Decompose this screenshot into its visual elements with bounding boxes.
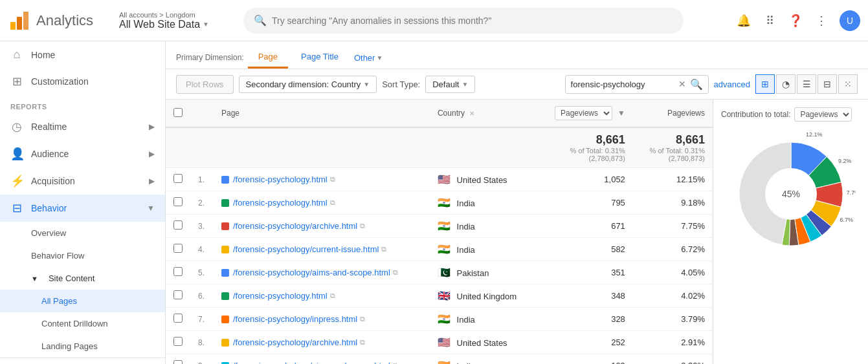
row-check[interactable] [166, 261, 190, 284]
global-search-input[interactable] [272, 16, 673, 26]
data-table: Page Country ✕ Pageviews [166, 100, 713, 364]
row-copy-icon[interactable]: ⧉ [381, 245, 386, 253]
row-checkbox-8[interactable] [173, 360, 183, 364]
global-search-bar[interactable]: 🔍 [243, 8, 684, 34]
sidebar-item-landing-pages[interactable]: Landing Pages [0, 335, 165, 358]
row-page-link[interactable]: /forensic-psychology/inpress.html [233, 314, 357, 324]
row-check[interactable] [166, 331, 190, 354]
search-clear-icon[interactable]: ✕ [678, 79, 686, 89]
sidebar-item-audience[interactable]: 👤 Audience ▶ [0, 140, 165, 167]
chart-panel: Contribution to total: Pageviews 45%12.1… [713, 100, 868, 364]
row-country-name: Pakistan [457, 268, 489, 278]
row-page-link[interactable]: /forensic-psychology.html [233, 198, 328, 208]
sidebar-item-customization-label: Customization [31, 76, 89, 87]
row-country: 🇮🇳 India [430, 308, 536, 331]
row-checkbox-2[interactable] [173, 220, 183, 230]
row-page-link[interactable]: /forensic-psychology/current-issue.html [233, 244, 379, 254]
row-copy-icon[interactable]: ⧉ [393, 268, 398, 277]
search-submit-icon[interactable]: 🔍 [690, 78, 703, 91]
row-copy-icon[interactable]: ⧉ [330, 198, 335, 207]
view-bars-icon[interactable]: ⊟ [818, 74, 837, 94]
table-row: 4. /forensic-psychology/current-issue.ht… [166, 238, 713, 261]
row-checkbox-0[interactable] [173, 174, 183, 183]
sidebar-item-customization[interactable]: ⊞ Customization [0, 68, 165, 95]
row-checkbox-3[interactable] [173, 244, 183, 253]
row-check[interactable] [166, 238, 190, 261]
sidebar-item-home[interactable]: ⌂ Home [0, 41, 165, 68]
row-page-link[interactable]: /forensic-psychology/aims-and-scope.html [233, 361, 390, 364]
row-copy-icon[interactable]: ⧉ [330, 175, 335, 184]
row-pct: 6.72% [633, 238, 713, 261]
row-checkbox-1[interactable] [173, 197, 183, 206]
account-dropdown-caret: ▼ [203, 21, 209, 28]
sort-type-dropdown[interactable]: Default ▼ [425, 76, 475, 93]
sidebar-item-all-pages[interactable]: All Pages [0, 290, 165, 312]
sidebar-item-content-drilldown[interactable]: Content Drilldown [0, 312, 165, 335]
tab-other-dropdown[interactable]: Other ▼ [351, 48, 385, 68]
row-country-name: United States [457, 175, 507, 185]
total-parens2: (2,780,873) [641, 155, 705, 162]
row-check[interactable] [166, 308, 190, 331]
row-copy-icon[interactable]: ⧉ [360, 315, 365, 323]
row-color-dot [221, 339, 229, 347]
row-page: /forensic-psychology/aims-and-scope.html… [214, 354, 430, 365]
more-vert-icon[interactable]: ⋮ [814, 13, 829, 28]
tab-page[interactable]: Page [248, 47, 288, 69]
row-copy-icon[interactable]: ⧉ [330, 292, 335, 300]
sidebar-item-acquisition[interactable]: ⚡ Acquisition ▶ [0, 167, 165, 195]
row-page-link[interactable]: /forensic-psychology.html [233, 175, 328, 184]
sort-type-label: Sort Type: [382, 80, 420, 89]
apps-icon[interactable]: ⠿ [762, 13, 777, 28]
col-country: Country ✕ [430, 100, 536, 127]
row-copy-icon[interactable]: ⧉ [360, 338, 365, 347]
secondary-dimension-dropdown[interactable]: Secondary dimension: Country ▼ [239, 76, 377, 93]
row-check[interactable] [166, 215, 190, 238]
view-table-icon[interactable]: ⊞ [755, 74, 775, 94]
notification-icon[interactable]: 🔔 [736, 13, 751, 28]
row-check[interactable] [166, 284, 190, 308]
country-remove-icon[interactable]: ✕ [469, 110, 474, 117]
sidebar-item-realtime[interactable]: ◷ Realtime ▶ [0, 113, 165, 140]
pie-chart-container: 45%12.1%9.2%7.7%6.7% [721, 129, 860, 259]
select-all-checkbox[interactable] [173, 108, 183, 117]
view-scatter-icon[interactable]: ⁙ [838, 74, 858, 94]
row-pageviews: 671 [536, 215, 633, 238]
account-name-dropdown[interactable]: All Web Site Data ▼ [119, 19, 236, 30]
row-page-link[interactable]: /forensic-psychology.html [233, 291, 328, 301]
pageviews-metric-select[interactable]: Pageviews [555, 106, 612, 120]
row-pageviews: 1,052 [536, 168, 633, 191]
contribution-label: Contribution to total: [721, 110, 790, 119]
contribution-metric-select[interactable]: Pageviews [794, 107, 852, 122]
row-checkbox-7[interactable] [173, 337, 183, 346]
svg-text:12.1%: 12.1% [805, 131, 822, 138]
row-checkbox-4[interactable] [173, 267, 183, 276]
advanced-link[interactable]: advanced [714, 80, 750, 89]
help-icon[interactable]: ❓ [788, 13, 803, 28]
row-num: 3. [190, 215, 214, 238]
row-check[interactable] [166, 191, 190, 215]
user-avatar[interactable]: U [840, 10, 860, 31]
search-filter-input[interactable] [571, 80, 674, 89]
row-check[interactable] [166, 354, 190, 365]
row-pageviews: 351 [536, 261, 633, 284]
row-copy-icon[interactable]: ⧉ [360, 222, 365, 230]
row-checkbox-6[interactable] [173, 314, 183, 323]
sidebar-item-behavior[interactable]: ⊟ Behavior ▼ [0, 195, 165, 222]
row-page-link[interactable]: /forensic-psychology/aims-and-scope.html [233, 268, 390, 277]
sidebar-item-site-content[interactable]: ▼ Site Content [0, 267, 165, 290]
pageviews-sort-down-icon[interactable]: ▼ [618, 109, 625, 118]
view-pie-icon[interactable]: ◔ [776, 74, 796, 94]
sidebar-item-behavior-flow[interactable]: Behavior Flow [0, 244, 165, 267]
row-page-link[interactable]: /forensic-psychology/archive.html [233, 221, 357, 231]
row-check[interactable] [166, 168, 190, 191]
row-page-link[interactable]: /forensic-psychology/archive.html [233, 337, 357, 347]
view-list-icon[interactable]: ☰ [797, 74, 816, 94]
sidebar-item-overview[interactable]: Overview [0, 222, 165, 244]
behavior-icon: ⊟ [10, 201, 23, 215]
tab-page-title[interactable]: Page Title [291, 47, 349, 69]
row-checkbox-5[interactable] [173, 290, 183, 299]
plot-rows-button[interactable]: Plot Rows [176, 75, 234, 94]
svg-rect-2 [23, 12, 28, 30]
total-page [214, 127, 430, 168]
row-copy-icon[interactable]: ⧉ [393, 361, 398, 364]
